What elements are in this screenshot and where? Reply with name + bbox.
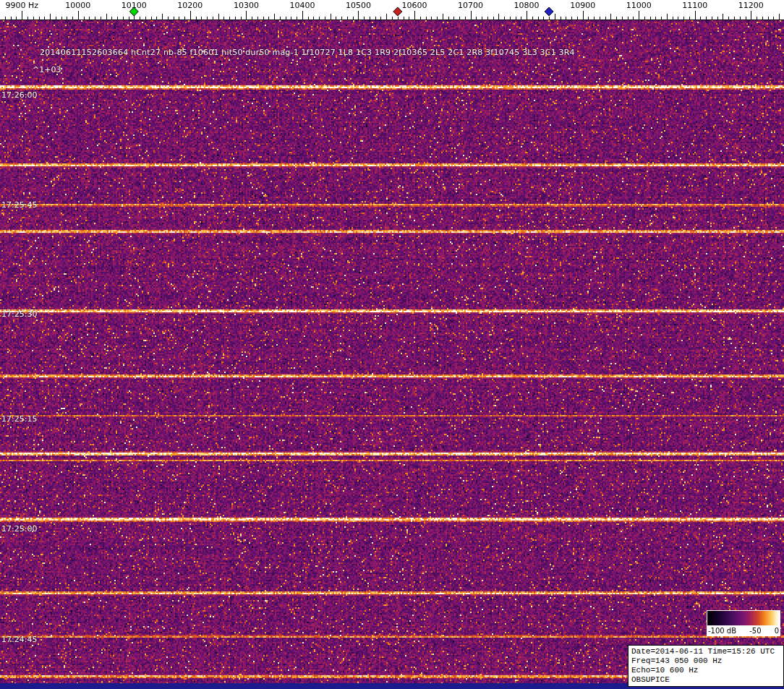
spectrogram-app: 20140611152603664 hCnt27 nb-85 f10601 hi… — [0, 0, 784, 689]
detection-annotation: 20140611152603664 hCnt27 nb-85 f10601 hi… — [40, 48, 575, 57]
legend-min-label: -100 dB — [708, 627, 736, 635]
color-scale-gradient — [707, 611, 780, 625]
observation-info-box: Date=2014-06-11 Time=15:26 UTC Freq=143 … — [628, 645, 784, 687]
color-scale-labels: -100 dB -50 0 — [707, 625, 780, 635]
axis-exponent-label: ^1+03 — [33, 65, 61, 74]
info-freq-line: Freq=143 050 000 Hz — [631, 656, 780, 666]
info-station-line: OBSUPICE — [631, 675, 780, 685]
legend-mid-label: -50 — [749, 627, 761, 635]
color-scale-legend: -100 dB -50 0 — [707, 610, 780, 636]
legend-max-label: 0 — [775, 627, 779, 635]
info-date-line: Date=2014-06-11 Time=15:26 UTC — [631, 647, 780, 656]
spectrogram-canvas[interactable] — [0, 20, 784, 689]
frequency-ruler[interactable] — [0, 0, 784, 20]
info-echo-line: Echo=10 600 Hz — [631, 666, 780, 675]
